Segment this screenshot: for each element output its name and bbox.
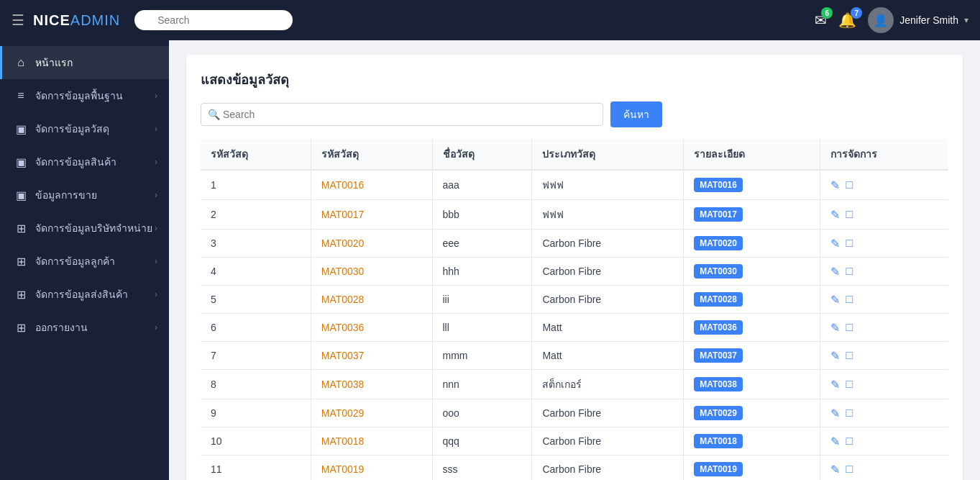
user-menu[interactable]: 👤 Jenifer Smith ▾ — [868, 7, 968, 33]
delete-icon[interactable]: □ — [846, 237, 853, 250]
home-icon: ⌂ — [14, 56, 28, 69]
edit-icon[interactable]: ✎ — [830, 237, 840, 250]
brand-admin: ADMIN — [70, 12, 120, 29]
delete-icon[interactable]: □ — [846, 321, 853, 335]
chevron-right-icon: › — [155, 289, 157, 299]
sidebar-item-material[interactable]: ▣ จัดการข้อมูลวัสดุ › — [0, 112, 169, 145]
chevron-right-icon: › — [155, 223, 157, 233]
delete-icon[interactable]: □ — [846, 349, 853, 363]
chevron-right-icon: › — [155, 157, 157, 167]
sidebar-item-label: ออกรายงาน — [35, 320, 155, 335]
edit-icon[interactable]: ✎ — [830, 463, 840, 476]
cell-type: Carbon Fibre — [532, 286, 684, 314]
navbar-right: ✉ 6 🔔 7 👤 Jenifer Smith ▾ — [815, 7, 968, 33]
delete-icon[interactable]: □ — [846, 378, 853, 391]
bell-badge: 7 — [851, 7, 862, 19]
delete-icon[interactable]: □ — [846, 178, 853, 192]
cell-type: ฟฟฟ — [532, 170, 684, 200]
chevron-right-icon: › — [155, 322, 157, 332]
cell-code: MAT0037 — [311, 342, 432, 370]
delete-icon[interactable]: □ — [846, 435, 853, 448]
cell-actions: ✎ □ — [820, 314, 948, 342]
cell-badge: MAT0017 — [684, 200, 820, 230]
cell-num: 8 — [201, 370, 311, 399]
sidebar-item-label: จัดการข้อมูลส่งสินค้า — [35, 286, 155, 302]
cell-actions: ✎ □ — [820, 342, 948, 370]
delete-icon[interactable]: □ — [846, 208, 853, 222]
search-input-wrapper: 🔍 — [201, 103, 603, 126]
cell-badge: MAT0036 — [684, 314, 820, 342]
cell-name: iii — [432, 286, 532, 314]
edit-icon[interactable]: ✎ — [830, 265, 840, 279]
search-button[interactable]: ค้นหา — [610, 101, 662, 127]
edit-icon[interactable]: ✎ — [830, 407, 840, 420]
grid-icon: ⊞ — [14, 255, 28, 268]
cell-name: mmm — [432, 342, 532, 370]
monitor-icon: ▣ — [14, 122, 28, 136]
chevron-right-icon: › — [155, 124, 157, 134]
table-search-input[interactable] — [201, 103, 603, 126]
page-title: แสดงข้อมูลวัสดุ — [201, 69, 948, 90]
cell-type: ฟฟฟ — [532, 200, 684, 230]
delete-icon[interactable]: □ — [846, 463, 853, 476]
edit-icon[interactable]: ✎ — [830, 435, 840, 448]
cell-code: MAT0019 — [311, 456, 432, 481]
chevron-right-icon: › — [155, 91, 157, 101]
sidebar-item-shipping[interactable]: ⊞ จัดการข้อมูลส่งสินค้า › — [0, 278, 169, 311]
delete-icon[interactable]: □ — [846, 293, 853, 307]
table-row: 2 MAT0017 bbb ฟฟฟ MAT0017 ✎ □ — [201, 200, 948, 230]
navbar: ☰ NICE ADMIN 🔍 ✉ 6 🔔 7 👤 Jenifer Smith ▾ — [0, 0, 980, 40]
sidebar-item-label: จัดการข้อมูลพื้นฐาน — [35, 88, 155, 104]
cell-type: Carbon Fibre — [532, 258, 684, 286]
hamburger-icon[interactable]: ☰ — [12, 12, 24, 29]
user-name: Jenifer Smith — [899, 14, 958, 26]
cell-actions: ✎ □ — [820, 427, 948, 456]
edit-icon[interactable]: ✎ — [830, 349, 840, 363]
list-icon: ≡ — [14, 89, 28, 102]
cell-type: Matt — [532, 314, 684, 342]
col-mat-name: ชื่อวัสดุ — [432, 139, 532, 170]
cell-badge: MAT0020 — [684, 230, 820, 258]
monitor-icon: ▣ — [14, 155, 28, 169]
brand: NICE ADMIN — [33, 12, 120, 29]
edit-icon[interactable]: ✎ — [830, 378, 840, 391]
cell-code: MAT0016 — [311, 170, 432, 200]
cell-code: MAT0030 — [311, 258, 432, 286]
table-row: 5 MAT0028 iii Carbon Fibre MAT0028 ✎ □ — [201, 286, 948, 314]
navbar-search-input[interactable] — [134, 10, 293, 30]
sidebar-item-product[interactable]: ▣ จัดการข้อมูลสินค้า › — [0, 145, 169, 178]
sidebar-item-customer[interactable]: ⊞ จัดการข้อมูลลูกค้า › — [0, 245, 169, 278]
sidebar-item-sales[interactable]: ▣ ข้อมูลการขาย › — [0, 178, 169, 212]
delete-icon[interactable]: □ — [846, 407, 853, 420]
chevron-right-icon: › — [155, 190, 157, 200]
delete-icon[interactable]: □ — [846, 265, 853, 279]
cell-num: 11 — [201, 456, 311, 481]
mail-icon-btn[interactable]: ✉ 6 — [815, 12, 827, 29]
edit-icon[interactable]: ✎ — [830, 178, 840, 192]
page-section: แสดงข้อมูลวัสดุ 🔍 ค้นหา รหัสวัสดุ รหัสวั… — [186, 55, 963, 480]
edit-icon[interactable]: ✎ — [830, 321, 840, 335]
cell-type: Carbon Fibre — [532, 456, 684, 481]
cell-actions: ✎ □ — [820, 456, 948, 481]
cell-num: 2 — [201, 200, 311, 230]
main-layout: ⌂ หน้าแรก ≡ จัดการข้อมูลพื้นฐาน › ▣ จัดก… — [0, 40, 980, 480]
cell-type: Carbon Fibre — [532, 230, 684, 258]
sidebar-item-basic-data[interactable]: ≡ จัดการข้อมูลพื้นฐาน › — [0, 79, 169, 112]
cell-name: ooo — [432, 399, 532, 427]
sidebar-item-report[interactable]: ⊞ ออกรายงาน › — [0, 311, 169, 344]
sidebar-item-label: จัดการข้อมูลบริษัทจำหน่าย — [35, 220, 155, 236]
edit-icon[interactable]: ✎ — [830, 208, 840, 222]
table-row: 7 MAT0037 mmm Matt MAT0037 ✎ □ — [201, 342, 948, 370]
edit-icon[interactable]: ✎ — [830, 293, 840, 307]
sidebar-item-company[interactable]: ⊞ จัดการข้อมูลบริษัทจำหน่าย › — [0, 212, 169, 245]
chevron-right-icon: › — [155, 256, 157, 266]
cell-code: MAT0020 — [311, 230, 432, 258]
cell-type: สต็กเกอร์ — [532, 370, 684, 399]
cell-name: sss — [432, 456, 532, 481]
cell-actions: ✎ □ — [820, 230, 948, 258]
cell-num: 9 — [201, 399, 311, 427]
cell-name: lll — [432, 314, 532, 342]
bell-icon-btn[interactable]: 🔔 7 — [838, 12, 856, 29]
cell-num: 3 — [201, 230, 311, 258]
sidebar-item-home[interactable]: ⌂ หน้าแรก — [0, 46, 169, 79]
